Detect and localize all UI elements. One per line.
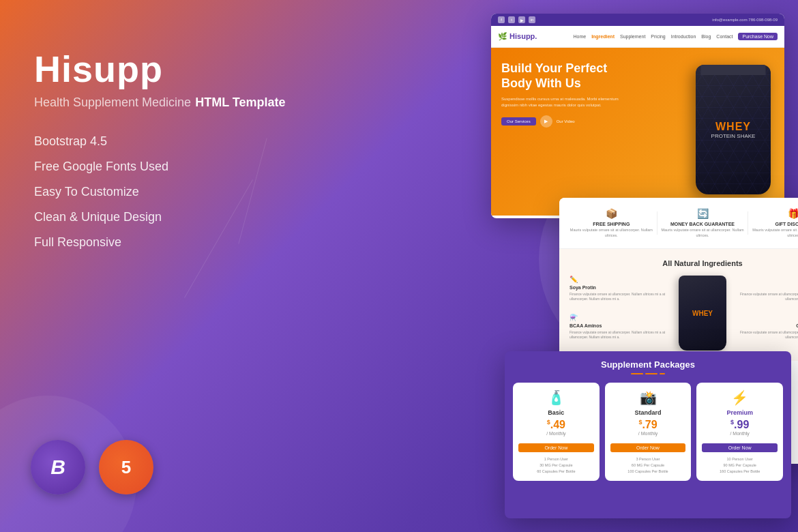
premium-period: / Monthly [702, 431, 778, 436]
glutamine-icon: 🔬 [735, 314, 798, 321]
gift-title: GIFT DISCOUNT [748, 222, 798, 226]
hero-play-label: Our Video [557, 119, 575, 123]
feature-item-design: Clean & Unique Design [34, 206, 307, 228]
premium-price: $.99 [702, 419, 778, 431]
dot-3 [660, 373, 665, 374]
ingredient-glutamine: 🔬 Glutamine Added Finance vulputate orna… [735, 314, 798, 340]
nav-blog[interactable]: Blog [701, 34, 711, 39]
basic-feature-2: 30 MG Per Capsule [518, 462, 594, 469]
premium-order-button[interactable]: Order Now [702, 443, 778, 452]
gift-icon: 🎁 [748, 208, 798, 219]
basic-price: $.49 [518, 419, 594, 431]
ingredients-title: All Natural Ingredients [570, 259, 798, 267]
multivitamin-desc: Finance vulputate ornare at ullamcorper.… [735, 292, 798, 301]
subtitle-line: Health Supplement Medicine HTML Template [34, 95, 307, 110]
site-logo: 🌿 Hisupp. [498, 32, 537, 41]
premium-plan-name: Premium [702, 409, 778, 416]
gift-desc: Mauris vulputate ornare sit at ullamcorp… [748, 228, 798, 238]
basic-card-icon: 🧴 [518, 389, 594, 406]
standard-feature-2: 60 MG Per Capsule [610, 462, 686, 469]
standard-plan-name: Standard [610, 409, 686, 416]
nav-ingredient[interactable]: Ingredient [591, 34, 615, 39]
premium-feature-3: 160 Capsules Per Bottle [702, 469, 778, 475]
nav-contact[interactable]: Contact [716, 34, 733, 39]
screenshot-top: f t ▶ in info@example.com 786-098-098-09… [491, 14, 784, 218]
hero-buttons: Our Services ▶ Our Video [501, 115, 631, 128]
pricing-title: Supplement Packages [513, 359, 783, 370]
screenshots-area: f t ▶ in info@example.com 786-098-098-09… [307, 0, 798, 532]
multivitamin-icon: 💊 [735, 276, 798, 283]
multivitamin-name: MultiVitamin [735, 285, 798, 290]
pricing-dots [513, 373, 783, 374]
nav-pricing[interactable]: Pricing [651, 34, 665, 39]
soya-desc: Finance vulputate ornare at ullamcorper.… [570, 292, 670, 301]
whey-can: WHEY PROTEIN SHAKE [689, 51, 778, 201]
center-can: WHEY [675, 276, 730, 351]
youtube-icon: ▶ [518, 16, 525, 23]
hero-services-button[interactable]: Our Services [501, 117, 536, 125]
can-body: WHEY PROTEIN SHAKE [696, 65, 771, 194]
standard-order-button[interactable]: Order Now [610, 443, 686, 452]
can-hex-bg [696, 65, 771, 194]
pricing-card-basic: 🧴 Basic $.49 / Monthly Order Now 1 Perso… [513, 383, 600, 481]
small-can: WHEY [679, 276, 726, 351]
money-back-desc: Mauris vulputate ornare sit at ullamcorp… [657, 228, 748, 238]
feature-gift: 🎁 GIFT DISCOUNT Mauris vulputate ornare … [748, 208, 798, 238]
basic-order-button[interactable]: Order Now [518, 443, 594, 452]
hero-title: Build Your Perfect Body With Us [501, 61, 631, 91]
ingredients-right: 💊 MultiVitamin Finance vulputate ornare … [735, 276, 798, 340]
hero-desc: Suspendisse mollis cursus urna at malesu… [501, 96, 631, 108]
ingredients-left: ✏️ Soya Protin Finance vulputate ornare … [570, 276, 670, 340]
tech-badges: B 5 [31, 440, 153, 494]
ingredients-grid: ✏️ Soya Protin Finance vulputate ornare … [570, 276, 798, 351]
money-back-icon: 🔄 [657, 208, 748, 219]
standard-price: $.79 [610, 419, 686, 431]
pricing-card-premium: ⚡ Premium $.99 / Monthly Order Now 10 Pe… [696, 383, 783, 481]
feature-item-responsive: Full Responsive [34, 231, 307, 254]
shipping-desc: Mauris vulputate ornare sit at ullamcorp… [566, 228, 657, 238]
bcaa-desc: Finance vulputate ornare at ullamcorper.… [570, 330, 670, 340]
subtitle-light: Health Supplement Medicine [34, 95, 191, 110]
twitter-icon: t [508, 16, 515, 23]
ingredient-multivitamin: 💊 MultiVitamin Finance vulputate ornare … [735, 276, 798, 301]
social-bar: f t ▶ in info@example.com 786-098-098-09 [491, 14, 784, 26]
bootstrap-icon: B [50, 456, 65, 479]
feature-item-customize: Easy To Customize [34, 181, 307, 203]
ingredients-section: All Natural Ingredients ✏️ Soya Protin F… [559, 249, 798, 361]
nav-supplement[interactable]: Supplement [620, 34, 645, 39]
shipping-icon: 📦 [566, 208, 657, 219]
basic-plan-name: Basic [518, 409, 594, 416]
standard-card-icon: 📸 [610, 389, 686, 406]
money-back-title: MONEY BACK GUARANTEE [657, 222, 748, 226]
glutamine-desc: Finance vulputate ornare at ullamcorper.… [735, 330, 798, 340]
hero-play-button[interactable]: ▶ [540, 115, 552, 128]
html5-icon: 5 [121, 457, 131, 478]
subtitle-bold: HTML Template [195, 95, 285, 110]
features-bar: 📦 FREE SHIPPING Mauris vulputate ornare … [559, 198, 798, 249]
bcaa-name: BCAA Aminos [570, 323, 670, 328]
pricing-header: Supplement Packages [505, 351, 791, 383]
nav-links: Home Ingredient Supplement Pricing Intro… [573, 34, 733, 39]
ingredient-bcaa: ⚗️ BCAA Aminos Finance vulputate ornare … [570, 314, 670, 340]
linkedin-icon: in [529, 16, 535, 23]
feature-item-bootstrap: Bootstrap 4.5 [34, 130, 307, 153]
shipping-title: FREE SHIPPING [566, 222, 657, 226]
main-title: Hisupp [34, 48, 307, 90]
feature-free-shipping: 📦 FREE SHIPPING Mauris vulputate ornare … [566, 208, 657, 238]
html5-badge: 5 [99, 440, 153, 494]
premium-card-icon: ⚡ [702, 389, 778, 406]
premium-feature-1: 10 Person User [702, 456, 778, 462]
basic-period: / Monthly [518, 431, 594, 436]
nav-introduction[interactable]: Introduction [671, 34, 696, 39]
nav-home[interactable]: Home [573, 34, 586, 39]
purchase-button[interactable]: Purchase Now [738, 33, 778, 40]
dot-2 [645, 373, 657, 374]
standard-period: / Monthly [610, 431, 686, 436]
features-list: Bootstrap 4.5 Free Google Fonts Used Eas… [34, 130, 307, 254]
standard-feature-3: 100 Capsules Per Bottle [610, 469, 686, 475]
hero-content: Build Your Perfect Body With Us Suspendi… [491, 48, 641, 141]
bcaa-icon: ⚗️ [570, 314, 670, 321]
ingredient-soya: ✏️ Soya Protin Finance vulputate ornare … [570, 276, 670, 301]
standard-feature-1: 3 Person User [610, 456, 686, 462]
pricing-card-standard: 📸 Standard $.79 / Monthly Order Now 3 Pe… [605, 383, 692, 481]
